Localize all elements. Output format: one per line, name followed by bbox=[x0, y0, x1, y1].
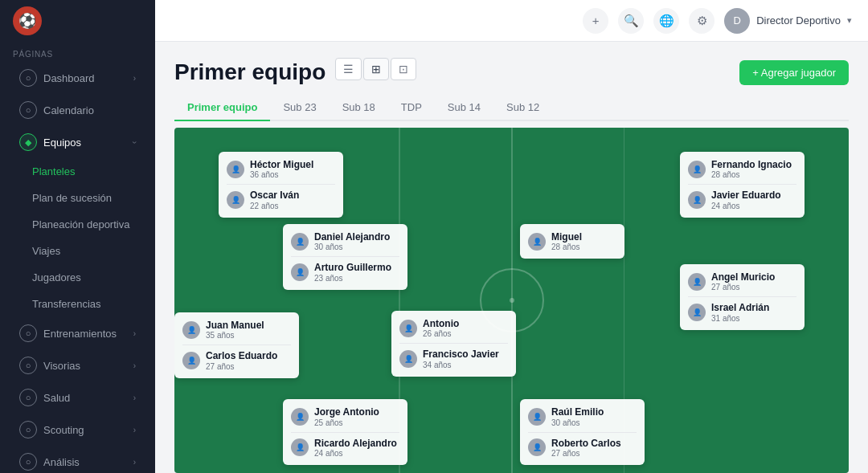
player-entry: 👤 Francisco Javier 34 años bbox=[399, 347, 508, 370]
player-info: Oscar Iván 22 años bbox=[250, 190, 299, 210]
user-menu[interactable]: D Director Deportivo ▾ bbox=[724, 8, 852, 34]
player-info: Raúl Emilio 30 años bbox=[551, 406, 604, 426]
search-button[interactable]: 🔍 bbox=[618, 8, 644, 34]
field-container: 👤 Héctor Miguel 36 años 👤 Oscar Iván 22 … bbox=[174, 128, 849, 473]
player-avatar: 👤 bbox=[227, 191, 244, 209]
calendario-icon: ○ bbox=[19, 101, 37, 119]
tab-sub12[interactable]: Sub 12 bbox=[493, 96, 552, 121]
sidebar-item-scouting[interactable]: ○ Scouting › bbox=[6, 414, 149, 445]
field-view-button[interactable]: ⊡ bbox=[391, 58, 416, 80]
player-info: Ricardo Alejandro 24 años bbox=[314, 438, 397, 458]
player-card-left-back: 👤 Juan Manuel 35 años 👤 Carlos Eduardo 2… bbox=[174, 312, 299, 378]
chevron-scouting: › bbox=[133, 426, 136, 434]
chevron-visorias: › bbox=[133, 361, 136, 370]
analisis-icon: ○ bbox=[19, 453, 37, 471]
center-dot bbox=[510, 298, 514, 303]
chevron-analisis: › bbox=[133, 458, 136, 467]
chevron-entrenamientos: › bbox=[133, 329, 136, 338]
player-info: Miguel 28 años bbox=[551, 231, 582, 251]
tab-sub23[interactable]: Sub 23 bbox=[270, 96, 329, 121]
sidebar-item-plan-sucesion[interactable]: Plan de sucesión bbox=[6, 186, 149, 210]
tab-sub18[interactable]: Sub 18 bbox=[330, 96, 388, 121]
sidebar-item-jugadores[interactable]: Jugadores bbox=[6, 265, 149, 290]
player-info: Daniel Alejandro 30 años bbox=[314, 231, 390, 251]
player-info: Javier Eduardo 24 años bbox=[711, 190, 781, 210]
player-info: Francisco Javier 34 años bbox=[423, 349, 499, 369]
sidebar-item-salud[interactable]: ○ Salud › bbox=[6, 382, 149, 413]
player-avatar: 👤 bbox=[227, 161, 244, 178]
player-info: Angel Muricio 27 años bbox=[711, 271, 775, 292]
player-card-right-mid: 👤 Raúl Emilio 30 años 👤 Roberto Carlos 2… bbox=[520, 399, 645, 465]
player-avatar: 👤 bbox=[688, 304, 706, 321]
scouting-icon: ○ bbox=[19, 421, 37, 438]
sidebar-item-analisis[interactable]: ○ Análisis › bbox=[6, 446, 149, 473]
list-view-button[interactable]: ☰ bbox=[335, 58, 362, 80]
entrenamientos-icon: ○ bbox=[19, 324, 37, 342]
player-info: Héctor Miguel 36 años bbox=[250, 159, 313, 179]
player-entry: 👤 Arturo Guillermo 23 años bbox=[291, 260, 399, 283]
player-card-center-def-left: 👤 Daniel Alejandro 30 años 👤 Arturo Guil… bbox=[283, 224, 407, 290]
player-card-striker: 👤 Antonio 26 años 👤 Francisco Javier 34 … bbox=[391, 311, 516, 377]
equipos-icon: ◆ bbox=[19, 133, 37, 151]
player-entry: 👤 Antonio 26 años bbox=[399, 316, 508, 340]
soccer-field: 👤 Héctor Miguel 36 años 👤 Oscar Iván 22 … bbox=[174, 128, 849, 473]
player-entry: 👤 Ricardo Alejandro 24 años bbox=[291, 436, 399, 459]
player-entry: 👤 Angel Muricio 27 años bbox=[688, 270, 796, 293]
player-entry: 👤 Fernando Ignacio 28 años bbox=[688, 157, 796, 181]
player-avatar: 👤 bbox=[688, 191, 706, 209]
team-tabs: Primer equipo Sub 23 Sub 18 TDP Sub 14 S… bbox=[174, 96, 849, 121]
language-button[interactable]: 🌐 bbox=[653, 8, 679, 34]
add-player-button[interactable]: + Agregar jugador bbox=[739, 60, 849, 85]
sidebar-item-dashboard[interactable]: ○ Dashboard › bbox=[6, 63, 149, 93]
player-entry: 👤 Roberto Carlos 27 años bbox=[528, 436, 637, 459]
player-entry: 👤 Israel Adrián 31 años bbox=[688, 300, 796, 324]
player-info: Israel Adrián 31 años bbox=[711, 302, 769, 322]
player-avatar: 👤 bbox=[528, 408, 546, 426]
chevron-equipos-icon: › bbox=[130, 141, 139, 143]
page-content: Primer equipo ☰ ⊞ ⊡ + Agregar jugador Pr… bbox=[155, 42, 868, 473]
plus-button[interactable]: + bbox=[583, 8, 608, 34]
sidebar-item-planteles[interactable]: Planteles bbox=[6, 159, 149, 184]
salud-icon: ○ bbox=[19, 389, 37, 406]
sidebar-item-entrenamientos[interactable]: ○ Entrenamientos › bbox=[6, 318, 149, 349]
player-avatar: 👤 bbox=[399, 350, 417, 368]
player-info: Jorge Antonio 25 años bbox=[314, 406, 379, 426]
sidebar-item-equipos[interactable]: ◆ Equipos › bbox=[6, 127, 149, 157]
page-header: Primer equipo ☰ ⊞ ⊡ + Agregar jugador bbox=[174, 58, 849, 87]
player-avatar: 👤 bbox=[399, 320, 417, 337]
player-avatar: 👤 bbox=[291, 233, 309, 251]
player-avatar: 👤 bbox=[528, 438, 546, 456]
player-entry: 👤 Miguel 28 años bbox=[528, 230, 616, 253]
tab-primer-equipo[interactable]: Primer equipo bbox=[174, 96, 270, 121]
sidebar-item-visorias[interactable]: ○ Visorias › bbox=[6, 350, 149, 381]
player-avatar: 👤 bbox=[291, 438, 309, 456]
settings-button[interactable]: ⚙ bbox=[689, 8, 714, 34]
topbar: + 🔍 🌐 ⚙ D Director Deportivo ▾ bbox=[155, 0, 868, 42]
player-avatar: 👤 bbox=[528, 233, 546, 251]
player-avatar: 👤 bbox=[688, 273, 706, 291]
grid-view-button[interactable]: ⊞ bbox=[363, 58, 389, 80]
player-info: Arturo Guillermo 23 años bbox=[314, 262, 391, 282]
chevron-salud: › bbox=[133, 393, 136, 402]
player-entry: 👤 Daniel Alejandro 30 años bbox=[291, 230, 399, 253]
page-title: Primer equipo bbox=[174, 59, 326, 85]
sidebar-item-viajes[interactable]: Viajes bbox=[6, 239, 149, 263]
sidebar-item-calendario[interactable]: ○ Calendario bbox=[6, 95, 149, 125]
logo-icon: ⚽ bbox=[13, 6, 42, 35]
user-avatar: D bbox=[724, 8, 750, 34]
sidebar-item-transferencias[interactable]: Transferencias bbox=[6, 292, 149, 316]
tab-tdp[interactable]: TDP bbox=[388, 96, 435, 121]
chevron-icon: › bbox=[133, 74, 136, 83]
player-entry: 👤 Héctor Miguel 36 años bbox=[227, 157, 335, 181]
player-info: Carlos Eduardo 27 años bbox=[206, 350, 277, 370]
view-toggle: ☰ ⊞ ⊡ bbox=[335, 58, 416, 80]
sidebar-item-planeacion[interactable]: Planeación deportiva bbox=[6, 212, 149, 237]
player-card-right-wing: 👤 Angel Muricio 27 años 👤 Israel Adrián … bbox=[680, 264, 805, 330]
dashboard-icon: ○ bbox=[19, 69, 37, 87]
player-entry: 👤 Raúl Emilio 30 años bbox=[528, 405, 637, 428]
logo: ⚽ bbox=[0, 0, 155, 42]
player-avatar: 👤 bbox=[291, 408, 309, 426]
tab-sub14[interactable]: Sub 14 bbox=[435, 96, 493, 121]
player-avatar: 👤 bbox=[688, 161, 706, 178]
player-card-goalkeeper: 👤 Héctor Miguel 36 años 👤 Oscar Iván 22 … bbox=[219, 152, 343, 218]
